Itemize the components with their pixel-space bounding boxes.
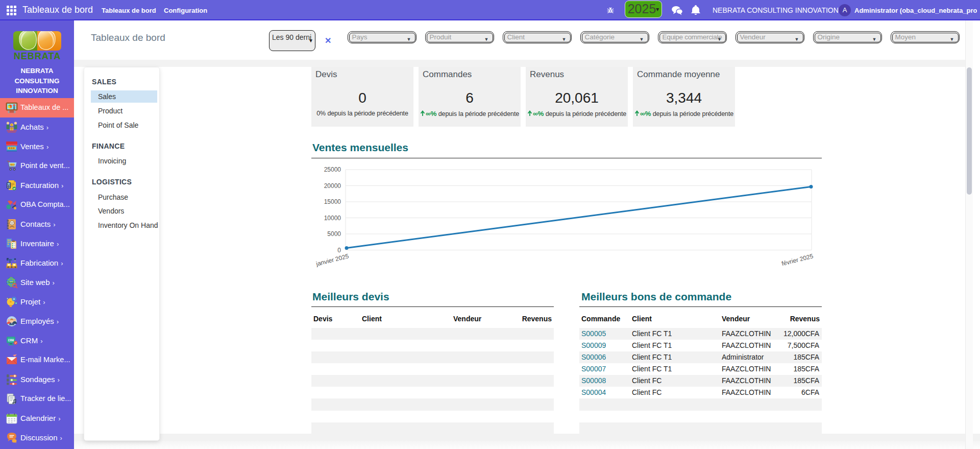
svg-text:10000: 10000 — [324, 215, 341, 222]
svg-text:CRM: CRM — [8, 339, 14, 342]
svg-text:5000: 5000 — [327, 230, 341, 238]
svg-text:WEB: WEB — [9, 281, 14, 283]
svg-text:NEBRATA: NEBRATA — [14, 51, 61, 60]
svg-text:20000: 20000 — [324, 182, 341, 190]
svg-text:15000: 15000 — [324, 198, 341, 205]
svg-text:0: 0 — [337, 247, 341, 254]
svg-text:février 2025: février 2025 — [781, 252, 814, 267]
svg-text:janvier 2025: janvier 2025 — [315, 252, 350, 268]
svg-text:$: $ — [11, 124, 13, 127]
svg-text:SALE: SALE — [10, 164, 15, 166]
svg-text:25000: 25000 — [324, 166, 341, 173]
